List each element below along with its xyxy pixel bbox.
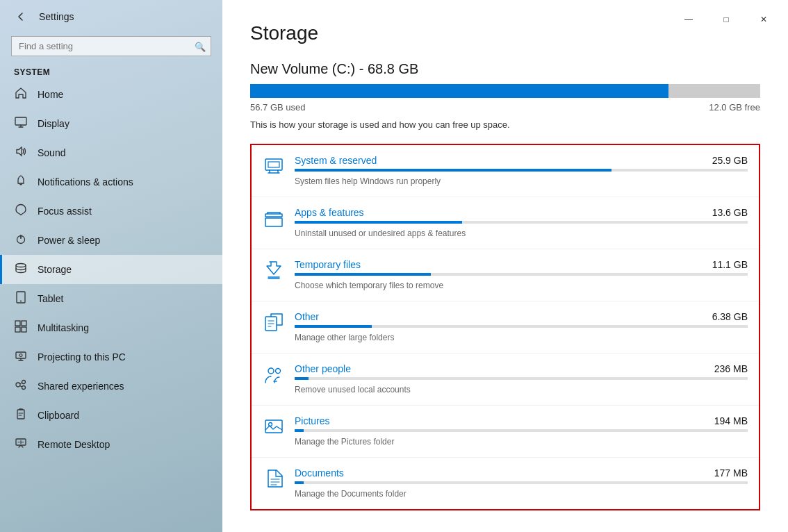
- sidebar-item-projecting[interactable]: Projecting to this PC: [0, 342, 222, 372]
- other-people-content: Other people 236 MB Remove unused local …: [295, 363, 748, 395]
- tablet-label: Tablet: [38, 293, 63, 304]
- svg-rect-0: [15, 117, 26, 125]
- sidebar-item-home[interactable]: Home: [0, 80, 222, 109]
- volume-title: New Volume (C:) - 68.8 GB: [250, 61, 760, 77]
- svg-point-22: [276, 369, 281, 374]
- power-icon: [14, 233, 28, 248]
- apps-name: Apps & features: [295, 207, 364, 218]
- focus-label: Focus assist: [38, 206, 92, 217]
- other-people-size: 236 MB: [714, 363, 748, 374]
- other-people-name: Other people: [295, 363, 351, 374]
- storage-item-other-people[interactable]: Other people 236 MB Remove unused local …: [252, 354, 759, 406]
- other-size: 6.38 GB: [712, 311, 748, 322]
- multitasking-icon: [14, 320, 28, 335]
- tablet-icon: [14, 291, 28, 306]
- temp-size: 11.1 GB: [712, 259, 748, 270]
- remote-icon: [14, 437, 28, 452]
- storage-item-maps[interactable]: Maps 106 MB Delete offline maps to recla…: [250, 522, 760, 532]
- pictures-bar-fill: [295, 429, 304, 432]
- storage-labels: 56.7 GB used 12.0 GB free: [250, 102, 760, 113]
- svg-point-10: [19, 354, 22, 357]
- sidebar-item-storage[interactable]: Storage: [0, 255, 222, 284]
- storage-item-documents[interactable]: Documents 177 MB Manage the Documents fo…: [252, 458, 759, 509]
- storage-description: This is how your storage is used and how…: [250, 119, 760, 130]
- pictures-header: Pictures 194 MB: [295, 415, 748, 426]
- app-title: Settings: [39, 11, 74, 22]
- sidebar-item-shared[interactable]: Shared experiences: [0, 372, 222, 401]
- section-label: System: [0, 62, 222, 80]
- sound-label: Sound: [38, 147, 65, 158]
- free-label: 12.0 GB free: [709, 102, 760, 113]
- svg-point-21: [268, 368, 274, 374]
- apps-icon: [263, 208, 285, 228]
- apps-bar-fill: [295, 221, 462, 224]
- apps-header: Apps & features 13.6 GB: [295, 207, 748, 218]
- pictures-size: 194 MB: [714, 415, 748, 426]
- svg-rect-18: [265, 214, 282, 217]
- sidebar-item-tablet[interactable]: Tablet: [0, 284, 222, 313]
- temp-name: Temporary files: [295, 259, 361, 270]
- pictures-bar: [295, 429, 748, 432]
- sidebar-item-notifications[interactable]: Notifications & actions: [0, 167, 222, 197]
- system-header: System & reserved 25.9 GB: [295, 155, 748, 166]
- sidebar-item-remote[interactable]: Remote Desktop: [0, 430, 222, 459]
- other-people-bar-fill: [295, 377, 309, 380]
- documents-content: Documents 177 MB Manage the Documents fo…: [295, 467, 748, 499]
- storage-item-temp[interactable]: Temporary files 11.1 GB Choose which tem…: [252, 249, 759, 301]
- svg-rect-6: [22, 321, 26, 326]
- svg-rect-19: [265, 218, 282, 226]
- other-name: Other: [295, 311, 319, 322]
- svg-point-2: [16, 264, 26, 267]
- back-button[interactable]: [11, 7, 31, 26]
- svg-rect-7: [15, 327, 20, 332]
- other-content: Other 6.38 GB Manage other large folders: [295, 311, 748, 343]
- window-controls: — □ ✕: [673, 8, 780, 31]
- other-desc: Manage other large folders: [295, 333, 394, 342]
- temp-header: Temporary files 11.1 GB: [295, 259, 748, 270]
- storage-item-system[interactable]: System & reserved 25.9 GB System files h…: [252, 145, 759, 197]
- storage-item-other[interactable]: Other 6.38 GB Manage other large folders: [252, 301, 759, 354]
- svg-point-12: [22, 381, 26, 384]
- storage-item-pictures[interactable]: Pictures 194 MB Manage the Pictures fold…: [252, 406, 759, 458]
- sidebar-item-sound[interactable]: Sound: [0, 138, 222, 167]
- display-label: Display: [38, 118, 69, 129]
- documents-icon: [263, 469, 285, 488]
- other-people-desc: Remove unused local accounts: [295, 385, 411, 394]
- svg-rect-5: [15, 321, 20, 326]
- documents-bar-fill: [295, 481, 304, 484]
- maximize-button[interactable]: □: [710, 8, 742, 31]
- titlebar: Settings: [0, 0, 222, 33]
- sidebar-item-clipboard[interactable]: Clipboard: [0, 401, 222, 430]
- sidebar-item-focus[interactable]: Focus assist: [0, 197, 222, 226]
- sound-icon: [14, 145, 28, 160]
- search-input[interactable]: [11, 36, 211, 56]
- other-icon: [263, 313, 285, 332]
- storage-items-container: System & reserved 25.9 GB System files h…: [250, 144, 760, 510]
- search-container: 🔍: [11, 36, 211, 56]
- sidebar-item-multitasking[interactable]: Multitasking: [0, 313, 222, 342]
- storage-label: Storage: [38, 264, 72, 275]
- shared-icon: [14, 379, 28, 394]
- system-bar-fill: [295, 169, 611, 172]
- sidebar-item-display[interactable]: Display: [0, 109, 222, 138]
- storage-bar-container: [250, 84, 760, 98]
- home-label: Home: [38, 89, 63, 100]
- other-header: Other 6.38 GB: [295, 311, 748, 322]
- search-icon: 🔍: [195, 41, 206, 51]
- system-content: System & reserved 25.9 GB System files h…: [295, 155, 748, 187]
- shared-label: Shared experiences: [38, 381, 124, 392]
- system-bar: [295, 169, 748, 172]
- apps-desc: Uninstall unused or undesired apps & fea…: [295, 228, 466, 238]
- minimize-button[interactable]: —: [673, 8, 705, 31]
- sidebar-item-power[interactable]: Power & sleep: [0, 226, 222, 255]
- pictures-icon: [263, 417, 285, 436]
- storage-item-apps[interactable]: Apps & features 13.6 GB Uninstall unused…: [252, 197, 759, 249]
- sidebar: Settings 🔍 System Home Display: [0, 0, 222, 532]
- multitasking-label: Multitasking: [38, 322, 89, 333]
- display-icon: [14, 116, 28, 131]
- svg-rect-8: [22, 327, 26, 332]
- documents-bar: [295, 481, 748, 484]
- apps-content: Apps & features 13.6 GB Uninstall unused…: [295, 207, 748, 239]
- close-button[interactable]: ✕: [748, 8, 780, 31]
- svg-rect-17: [268, 162, 279, 167]
